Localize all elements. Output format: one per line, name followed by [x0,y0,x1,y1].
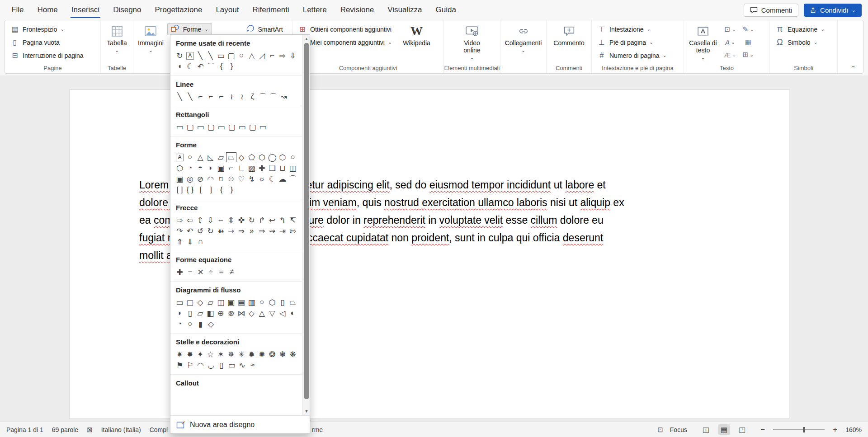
shape-option[interactable]: ⏢ [288,297,298,307]
zoom-slider[interactable] [773,429,825,430]
tab-file[interactable]: File [5,0,30,20]
shape-option[interactable]: ✵ [226,349,236,359]
share-button[interactable]: Condividi ⌄ [804,4,862,17]
shape-option[interactable]: ◇ [246,308,257,318]
riga-di-firma-button[interactable]: ✎ ⌄ [739,23,757,36]
shape-option[interactable]: } [226,185,237,195]
shape-option[interactable]: ▽ [267,308,278,318]
shape-option[interactable]: ⚑ [175,360,185,370]
shape-option[interactable]: △ [257,308,267,318]
shape-option[interactable]: ╲ [195,51,206,61]
tab-lettere[interactable]: Lettere [296,0,334,20]
shape-option[interactable]: ◇ [195,297,206,307]
shape-option[interactable]: ⌐ [195,92,206,102]
shape-option[interactable]: ↯ [246,174,257,184]
shape-option[interactable]: ÷ [206,267,216,277]
shape-option[interactable]: [ [195,185,206,195]
shape-option[interactable]: ☼ [257,174,267,184]
oggetto-button[interactable]: ⊞ ⌄ [739,48,757,61]
shape-option[interactable]: ◐ [288,308,298,318]
shape-option[interactable]: ↶ [195,61,206,71]
frontespizio-button[interactable]: ▤ Frontespizio ⌄ [7,23,87,35]
shape-option[interactable]: ▯ [216,360,226,370]
shape-option[interactable]: ○ [236,51,247,61]
proofing-errors-icon[interactable]: ⊠ [87,426,93,434]
collegamenti-button[interactable]: Collegamenti ⌄ [502,23,545,63]
shape-option[interactable]: ⬡ [175,163,185,173]
shape-option[interactable]: ▢ [206,122,216,132]
shape-option[interactable]: ◫ [216,297,226,307]
pie-di-pagina-button[interactable]: ⊥ Piè di pagina ⌄ [594,36,670,48]
shape-option[interactable]: ∿ [237,360,247,370]
shape-option[interactable]: ▭ [216,51,226,61]
smartart-button[interactable]: SmartArt [242,23,286,35]
shape-option[interactable]: ▯ [278,297,288,307]
shape-option[interactable]: ↻ [246,215,257,225]
shape-option[interactable]: ○ [257,297,267,307]
shape-option[interactable]: ⇩ [288,51,298,61]
shape-option[interactable]: A [186,52,194,60]
shape-option[interactable]: ⇛ [257,226,267,236]
tab-guida[interactable]: Guida [429,0,463,20]
pagina-vuota-button[interactable]: ▯ Pagina vuota [7,36,87,48]
tab-disegno[interactable]: Disegno [106,0,148,20]
shape-option[interactable]: ☺ [226,174,236,184]
shape-option[interactable]: ▭ [237,122,247,132]
shape-option[interactable]: ▣ [216,163,226,173]
shape-option[interactable]: ⇨ [278,51,288,61]
shape-option[interactable]: ◿ [257,51,267,61]
focus-icon[interactable]: ⊡ [657,426,663,434]
commento-button[interactable]: Commento [551,23,587,63]
shape-option[interactable]: ▱ [195,308,206,318]
shape-option[interactable]: ⬠ [246,152,257,162]
tab-layout[interactable]: Layout [209,0,245,20]
shape-option[interactable]: ○ [185,152,195,162]
shape-option[interactable]: ◇ [206,319,216,329]
shape-option[interactable]: ✚ [175,267,185,277]
shape-option[interactable]: ○ [288,152,298,162]
wikipedia-button[interactable]: W Wikipedia [400,23,433,63]
shape-option[interactable]: ↰ [278,215,288,225]
tab-progettazione[interactable]: Progettazione [148,0,209,20]
data-e-ora-button[interactable]: ▦ [739,36,757,48]
shape-option[interactable]: ⌒ [206,61,216,71]
shape-option[interactable]: ⊘ [195,174,206,184]
shape-option[interactable]: ▭ [175,297,185,307]
shape-option[interactable]: ⇑ [175,237,185,247]
shape-option[interactable]: ◯ [267,152,278,162]
shape-option[interactable]: ↷ [175,226,185,236]
shape-option[interactable]: » [246,226,257,236]
shape-option[interactable]: ✷ [175,349,185,359]
shape-option[interactable]: ◗ [205,163,216,173]
shape-option[interactable]: ✸ [185,349,195,359]
print-layout-button[interactable]: ▤ [718,424,730,435]
zoom-out-button[interactable]: − [759,425,766,434]
shape-option[interactable]: ⇰ [288,226,298,236]
new-drawing-canvas-item[interactable]: Nuova area disegno [170,415,310,433]
zoom-slider-thumb[interactable] [803,427,805,432]
zoom-in-button[interactable]: + [831,425,839,434]
shape-option[interactable]: ❂ [267,349,278,359]
forme-button[interactable]: Forme ⌄ [167,23,212,35]
numero-di-pagina-button[interactable]: # Numero di pagina ⌄ [594,49,670,61]
shape-option[interactable]: ▣ [226,297,236,307]
page-indicator[interactable]: Pagina 1 di 1 [6,426,43,433]
shape-option[interactable]: { } [185,185,195,195]
tab-inserisci[interactable]: Inserisci [65,0,106,20]
language-indicator[interactable]: Italiano (Italia) [101,426,141,433]
shape-option[interactable]: ⌐ [206,92,216,102]
shape-option[interactable]: ▤ [236,297,247,307]
shape-option[interactable]: ▭ [226,360,237,370]
shape-option[interactable]: ≀ [237,92,247,102]
shape-option[interactable]: − [185,267,195,277]
tab-home[interactable]: Home [30,0,64,20]
shape-option[interactable]: ▭ [195,122,206,132]
scroll-up-icon[interactable]: ▲ [303,37,310,41]
shape-option[interactable]: ◫ [288,163,298,173]
shape-option[interactable]: ∩ [195,237,206,247]
shape-option[interactable]: ↺ [195,226,206,236]
shape-option[interactable]: [ ] [175,185,185,195]
shape-option[interactable]: ⬡ [278,152,288,162]
shape-option[interactable]: ⌑ [216,174,226,184]
shape-option[interactable]: ◠ [195,360,206,370]
